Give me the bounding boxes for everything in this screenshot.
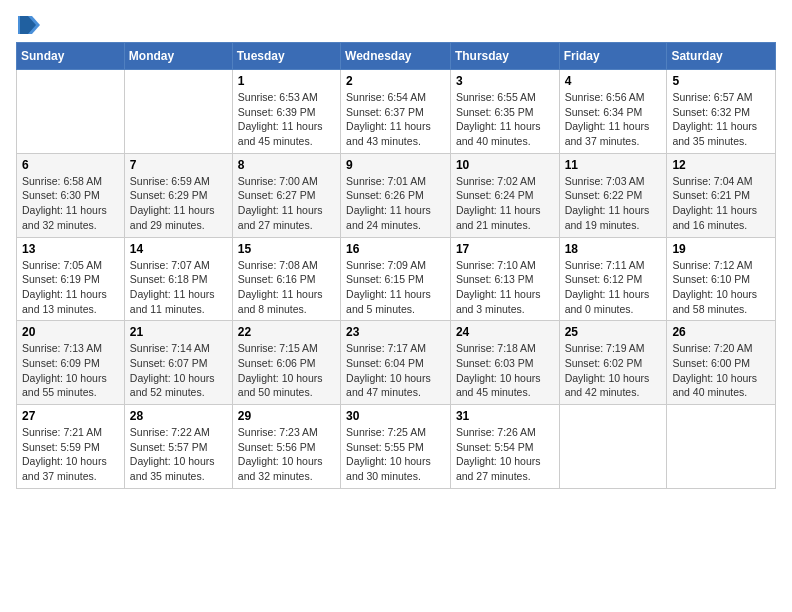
day-number: 9 <box>346 158 445 172</box>
day-number: 16 <box>346 242 445 256</box>
calendar-cell: 21Sunrise: 7:14 AM Sunset: 6:07 PM Dayli… <box>124 321 232 405</box>
calendar-cell: 17Sunrise: 7:10 AM Sunset: 6:13 PM Dayli… <box>450 237 559 321</box>
day-number: 17 <box>456 242 554 256</box>
calendar-cell: 29Sunrise: 7:23 AM Sunset: 5:56 PM Dayli… <box>232 405 340 489</box>
day-header-saturday: Saturday <box>667 43 776 70</box>
calendar-cell: 15Sunrise: 7:08 AM Sunset: 6:16 PM Dayli… <box>232 237 340 321</box>
page-header <box>16 16 776 34</box>
day-info: Sunrise: 7:00 AM Sunset: 6:27 PM Dayligh… <box>238 174 335 233</box>
day-info: Sunrise: 7:04 AM Sunset: 6:21 PM Dayligh… <box>672 174 770 233</box>
day-number: 10 <box>456 158 554 172</box>
calendar-cell: 4Sunrise: 6:56 AM Sunset: 6:34 PM Daylig… <box>559 70 667 154</box>
calendar-week-1: 1Sunrise: 6:53 AM Sunset: 6:39 PM Daylig… <box>17 70 776 154</box>
day-info: Sunrise: 6:55 AM Sunset: 6:35 PM Dayligh… <box>456 90 554 149</box>
day-number: 13 <box>22 242 119 256</box>
day-number: 27 <box>22 409 119 423</box>
day-info: Sunrise: 7:26 AM Sunset: 5:54 PM Dayligh… <box>456 425 554 484</box>
day-info: Sunrise: 7:03 AM Sunset: 6:22 PM Dayligh… <box>565 174 662 233</box>
calendar-cell: 23Sunrise: 7:17 AM Sunset: 6:04 PM Dayli… <box>341 321 451 405</box>
calendar-cell: 14Sunrise: 7:07 AM Sunset: 6:18 PM Dayli… <box>124 237 232 321</box>
calendar-week-5: 27Sunrise: 7:21 AM Sunset: 5:59 PM Dayli… <box>17 405 776 489</box>
calendar-cell: 9Sunrise: 7:01 AM Sunset: 6:26 PM Daylig… <box>341 153 451 237</box>
day-info: Sunrise: 6:53 AM Sunset: 6:39 PM Dayligh… <box>238 90 335 149</box>
day-number: 8 <box>238 158 335 172</box>
day-number: 12 <box>672 158 770 172</box>
day-header-tuesday: Tuesday <box>232 43 340 70</box>
calendar-week-2: 6Sunrise: 6:58 AM Sunset: 6:30 PM Daylig… <box>17 153 776 237</box>
calendar-cell: 5Sunrise: 6:57 AM Sunset: 6:32 PM Daylig… <box>667 70 776 154</box>
day-number: 19 <box>672 242 770 256</box>
day-info: Sunrise: 7:21 AM Sunset: 5:59 PM Dayligh… <box>22 425 119 484</box>
day-info: Sunrise: 7:17 AM Sunset: 6:04 PM Dayligh… <box>346 341 445 400</box>
day-number: 24 <box>456 325 554 339</box>
day-number: 30 <box>346 409 445 423</box>
day-info: Sunrise: 7:23 AM Sunset: 5:56 PM Dayligh… <box>238 425 335 484</box>
calendar-cell: 18Sunrise: 7:11 AM Sunset: 6:12 PM Dayli… <box>559 237 667 321</box>
day-number: 23 <box>346 325 445 339</box>
calendar-header-row: SundayMondayTuesdayWednesdayThursdayFrid… <box>17 43 776 70</box>
calendar-cell: 16Sunrise: 7:09 AM Sunset: 6:15 PM Dayli… <box>341 237 451 321</box>
calendar-cell: 12Sunrise: 7:04 AM Sunset: 6:21 PM Dayli… <box>667 153 776 237</box>
day-info: Sunrise: 7:12 AM Sunset: 6:10 PM Dayligh… <box>672 258 770 317</box>
day-header-monday: Monday <box>124 43 232 70</box>
logo-bird-icon <box>18 16 40 34</box>
calendar-cell: 30Sunrise: 7:25 AM Sunset: 5:55 PM Dayli… <box>341 405 451 489</box>
calendar-cell: 11Sunrise: 7:03 AM Sunset: 6:22 PM Dayli… <box>559 153 667 237</box>
day-number: 28 <box>130 409 227 423</box>
day-info: Sunrise: 7:22 AM Sunset: 5:57 PM Dayligh… <box>130 425 227 484</box>
day-info: Sunrise: 7:25 AM Sunset: 5:55 PM Dayligh… <box>346 425 445 484</box>
calendar-cell: 24Sunrise: 7:18 AM Sunset: 6:03 PM Dayli… <box>450 321 559 405</box>
day-info: Sunrise: 6:58 AM Sunset: 6:30 PM Dayligh… <box>22 174 119 233</box>
day-number: 18 <box>565 242 662 256</box>
day-number: 29 <box>238 409 335 423</box>
day-info: Sunrise: 7:05 AM Sunset: 6:19 PM Dayligh… <box>22 258 119 317</box>
day-header-wednesday: Wednesday <box>341 43 451 70</box>
calendar-cell: 8Sunrise: 7:00 AM Sunset: 6:27 PM Daylig… <box>232 153 340 237</box>
day-number: 5 <box>672 74 770 88</box>
calendar-cell: 6Sunrise: 6:58 AM Sunset: 6:30 PM Daylig… <box>17 153 125 237</box>
day-info: Sunrise: 7:15 AM Sunset: 6:06 PM Dayligh… <box>238 341 335 400</box>
calendar-cell: 7Sunrise: 6:59 AM Sunset: 6:29 PM Daylig… <box>124 153 232 237</box>
day-info: Sunrise: 6:54 AM Sunset: 6:37 PM Dayligh… <box>346 90 445 149</box>
day-info: Sunrise: 6:56 AM Sunset: 6:34 PM Dayligh… <box>565 90 662 149</box>
calendar-cell: 1Sunrise: 6:53 AM Sunset: 6:39 PM Daylig… <box>232 70 340 154</box>
calendar-cell <box>17 70 125 154</box>
day-number: 25 <box>565 325 662 339</box>
calendar-cell: 19Sunrise: 7:12 AM Sunset: 6:10 PM Dayli… <box>667 237 776 321</box>
calendar-cell: 20Sunrise: 7:13 AM Sunset: 6:09 PM Dayli… <box>17 321 125 405</box>
calendar-cell: 28Sunrise: 7:22 AM Sunset: 5:57 PM Dayli… <box>124 405 232 489</box>
day-info: Sunrise: 7:08 AM Sunset: 6:16 PM Dayligh… <box>238 258 335 317</box>
day-number: 1 <box>238 74 335 88</box>
calendar-cell: 25Sunrise: 7:19 AM Sunset: 6:02 PM Dayli… <box>559 321 667 405</box>
day-number: 11 <box>565 158 662 172</box>
day-number: 20 <box>22 325 119 339</box>
logo <box>16 16 40 34</box>
calendar-cell: 27Sunrise: 7:21 AM Sunset: 5:59 PM Dayli… <box>17 405 125 489</box>
day-number: 31 <box>456 409 554 423</box>
day-number: 7 <box>130 158 227 172</box>
calendar-cell <box>667 405 776 489</box>
day-info: Sunrise: 6:59 AM Sunset: 6:29 PM Dayligh… <box>130 174 227 233</box>
day-header-friday: Friday <box>559 43 667 70</box>
calendar-week-3: 13Sunrise: 7:05 AM Sunset: 6:19 PM Dayli… <box>17 237 776 321</box>
day-number: 6 <box>22 158 119 172</box>
calendar-cell: 3Sunrise: 6:55 AM Sunset: 6:35 PM Daylig… <box>450 70 559 154</box>
calendar-cell: 2Sunrise: 6:54 AM Sunset: 6:37 PM Daylig… <box>341 70 451 154</box>
day-header-sunday: Sunday <box>17 43 125 70</box>
calendar-cell: 31Sunrise: 7:26 AM Sunset: 5:54 PM Dayli… <box>450 405 559 489</box>
day-number: 26 <box>672 325 770 339</box>
day-info: Sunrise: 6:57 AM Sunset: 6:32 PM Dayligh… <box>672 90 770 149</box>
day-info: Sunrise: 7:14 AM Sunset: 6:07 PM Dayligh… <box>130 341 227 400</box>
day-info: Sunrise: 7:09 AM Sunset: 6:15 PM Dayligh… <box>346 258 445 317</box>
calendar-cell <box>559 405 667 489</box>
day-info: Sunrise: 7:13 AM Sunset: 6:09 PM Dayligh… <box>22 341 119 400</box>
day-info: Sunrise: 7:01 AM Sunset: 6:26 PM Dayligh… <box>346 174 445 233</box>
day-info: Sunrise: 7:20 AM Sunset: 6:00 PM Dayligh… <box>672 341 770 400</box>
day-number: 2 <box>346 74 445 88</box>
day-number: 22 <box>238 325 335 339</box>
calendar-cell: 13Sunrise: 7:05 AM Sunset: 6:19 PM Dayli… <box>17 237 125 321</box>
day-number: 3 <box>456 74 554 88</box>
day-info: Sunrise: 7:10 AM Sunset: 6:13 PM Dayligh… <box>456 258 554 317</box>
calendar-cell: 22Sunrise: 7:15 AM Sunset: 6:06 PM Dayli… <box>232 321 340 405</box>
calendar-cell <box>124 70 232 154</box>
